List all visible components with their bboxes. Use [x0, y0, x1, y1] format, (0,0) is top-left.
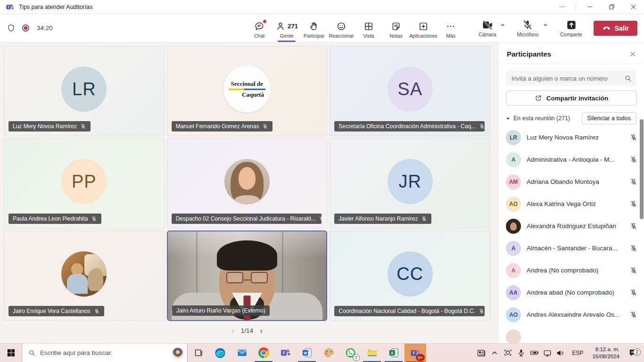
taskbar-app-edge[interactable]	[209, 344, 231, 362]
leave-button[interactable]: Salir	[594, 21, 637, 36]
taskbar-search-box[interactable]: Escribe aquí para buscar.	[22, 344, 188, 362]
video-tile[interactable]: Jairo Arturo Riaño Vargas (Externo)	[167, 230, 328, 321]
panel-close-button[interactable]	[629, 50, 636, 58]
camera-options-chevron[interactable]	[499, 21, 507, 35]
toolbar-button-aplicaciones[interactable]: Aplicaciones	[410, 18, 437, 39]
camera-button[interactable]: Cámara	[477, 19, 498, 37]
tray-network-icon[interactable]	[541, 348, 553, 358]
share-invitation-button[interactable]: Compartir invitación	[506, 90, 637, 106]
participant-row[interactable]: LRLuz Mery Novoa Ramírez	[498, 126, 644, 148]
invite-search-input[interactable]	[512, 75, 624, 82]
start-button[interactable]	[0, 344, 22, 362]
mic-off-icon	[80, 123, 86, 130]
tray-news-icon[interactable]	[475, 348, 487, 358]
video-grid: LRLuz Mery Novoa RamírezSeccional deCaqu…	[4, 46, 490, 321]
page-next-button[interactable]: ›	[260, 327, 263, 335]
participant-name: Despacho 02 Consejo Seccional Judicatura…	[176, 215, 316, 222]
participant-nameplate: Coordinación Nacional Calidad - Bogotá -…	[334, 306, 484, 316]
page-prev-button[interactable]: ‹	[231, 327, 234, 335]
participant-row[interactable]: AAdministrativa - Antioquia - M...	[498, 148, 644, 171]
toolbar-button-más[interactable]: Más	[437, 18, 464, 39]
tray-screen-cast-icon[interactable]	[502, 349, 514, 357]
video-tile[interactable]: Despacho 02 Consejo Seccional Judicatura…	[167, 138, 328, 229]
participant-name: Javier Alfonso Naranjo Ramirez	[339, 215, 418, 222]
video-tile[interactable]: CCCoordinación Nacional Calidad - Bogotá…	[330, 230, 490, 321]
participant-name: Almacén - Santander - Bucara...	[527, 245, 627, 252]
windows-taskbar: Escribe aquí para buscar. TW7XT9+ ESP 8:…	[0, 343, 644, 362]
colombia-emblem-icon[interactable]	[172, 347, 183, 359]
people-icon: 271	[275, 21, 298, 32]
participant-row[interactable]	[498, 326, 644, 343]
microphone-button[interactable]: Micrófono	[515, 19, 540, 37]
language-indicator[interactable]: ESP	[569, 350, 586, 356]
taskbar-app-whatsapp[interactable]: 7	[339, 344, 361, 362]
taskbar-app-teams-classic[interactable]: T9+	[405, 344, 426, 362]
participant-nameplate: Jairo Arturo Riaño Vargas (Externo)	[172, 305, 270, 316]
participant-row[interactable]: AAndrea (No comprobado)	[498, 259, 644, 281]
taskbar-app-chrome[interactable]	[253, 344, 274, 362]
mic-off-icon	[630, 156, 637, 164]
tray-microphone-icon[interactable]	[515, 349, 527, 357]
mic-off-icon	[479, 123, 485, 130]
participant-row[interactable]: AOAlexa Katrina Vega Ortiz	[498, 193, 644, 215]
video-tile[interactable]: Jairo Enrique Vera Castellanos	[4, 230, 165, 321]
video-tile[interactable]: LRLuz Mery Novoa Ramírez	[4, 46, 165, 136]
mute-all-button[interactable]: Silenciar a todos	[582, 112, 636, 124]
participant-row[interactable]: AAAndrea abad (No comprobado)	[498, 281, 644, 304]
close-button[interactable]	[622, 0, 644, 14]
participant-mic-status	[630, 289, 637, 296]
participant-row[interactable]: AAlmacén - Santander - Bucara...	[498, 237, 644, 259]
page-indicator: 1/14	[241, 327, 253, 334]
taskbar-app-teams[interactable]: T	[274, 344, 296, 362]
clock-time: 8:12 a. m.	[592, 346, 619, 353]
titlebar-more-button[interactable]	[551, 0, 573, 14]
taskbar-app-explorer[interactable]	[361, 344, 383, 362]
video-tile[interactable]: Seccional deCaquetáManuel Fernando Gomez…	[167, 46, 328, 136]
invite-search-box[interactable]	[506, 71, 636, 86]
more-icon	[446, 21, 456, 32]
svg-text:T: T	[8, 5, 10, 9]
participant-row[interactable]: Alexandra Rodriguez Estupiñan	[498, 215, 644, 237]
participant-row[interactable]: AMAdriana Obando Montoya	[498, 171, 644, 193]
in-meeting-section-toggle[interactable]: En esta reunión (271)	[506, 115, 570, 122]
titlebar-divider	[576, 3, 576, 11]
participant-mic-status	[630, 178, 637, 186]
video-tile[interactable]: JRJavier Alfonso Naranjo Ramirez	[330, 138, 490, 229]
action-center-button[interactable]: 2	[625, 348, 640, 357]
taskbar-clock[interactable]: 8:12 a. m. 15/08/2024	[588, 346, 623, 360]
org-logo-avatar: Seccional deCaquetá	[223, 66, 271, 113]
minimize-button[interactable]	[579, 0, 601, 14]
taskbar-app-word[interactable]: W	[296, 344, 318, 362]
microphone-options-chevron[interactable]	[542, 21, 550, 35]
hang-up-icon	[602, 24, 611, 33]
video-tile[interactable]: SASecretaría Oficina Coordinación Admini…	[330, 46, 490, 136]
participant-row[interactable]: AOAndres Alexsaindre Arevalo Os...	[498, 304, 644, 326]
app-badge: 7	[353, 354, 360, 361]
toolbar-button-chat[interactable]: Chat	[246, 18, 273, 39]
tray-battery-icon[interactable]	[528, 348, 540, 358]
tray-chevron-up-icon[interactable]	[488, 349, 501, 357]
panel-scrollbar[interactable]	[640, 119, 644, 219]
participants-panel: Participantes Compartir invitación En es…	[498, 42, 644, 343]
taskbar-app-mail[interactable]	[231, 344, 253, 362]
search-icon	[28, 349, 35, 356]
toolbar-button-vista[interactable]: Vista	[355, 18, 382, 39]
window-titlebar: T Tips para atender Auditorías	[0, 0, 644, 14]
toolbar-button-notas[interactable]: Notas	[382, 18, 410, 39]
toolbar-button-participar[interactable]: Participar	[300, 18, 328, 39]
participant-nameplate: Jairo Enrique Vera Castellanos	[8, 306, 104, 316]
notes-icon	[391, 21, 401, 32]
video-tile[interactable]: PPPaula Andrea Leon Piedrahita	[4, 138, 165, 229]
participant-name: Administrativa - Antioquia - M...	[527, 156, 627, 163]
taskbar-app-paint[interactable]	[318, 344, 339, 362]
share-screen-button[interactable]: Comparte	[559, 19, 584, 37]
toolbar-button-label: Reaccionar	[329, 33, 354, 39]
taskbar-app-excel[interactable]: X	[383, 344, 405, 362]
tray-volume-icon[interactable]	[554, 348, 567, 358]
toolbar-button-reaccionar[interactable]: Reaccionar	[328, 18, 355, 39]
mic-off-icon	[262, 123, 268, 130]
toolbar-button-gente[interactable]: 271Gente	[273, 18, 300, 39]
taskbar-app-task-view[interactable]	[188, 344, 209, 362]
toolbar-button-label: Más	[446, 33, 455, 39]
restore-button[interactable]	[601, 0, 622, 14]
